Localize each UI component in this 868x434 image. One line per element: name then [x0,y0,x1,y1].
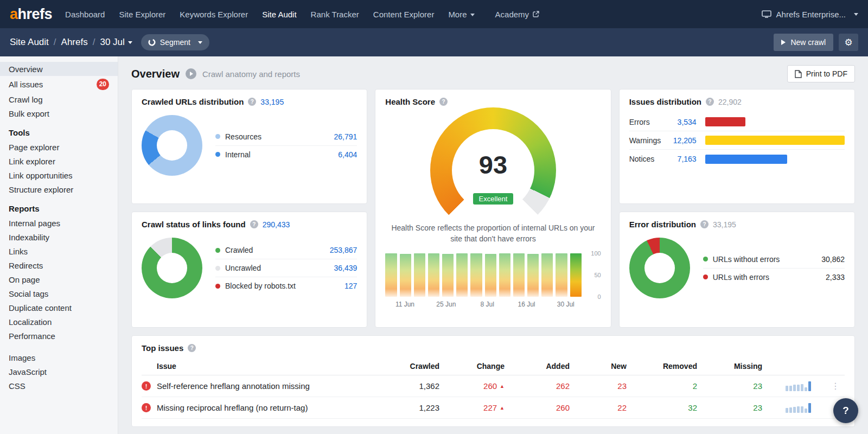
removed-value[interactable]: 2 [627,381,697,391]
new-crawl-button[interactable]: New crawl [774,34,833,51]
legend-value[interactable]: 36,439 [334,264,358,272]
nav-rank-tracker[interactable]: Rank Tracker [311,10,359,19]
sidebar-item-overview[interactable]: Overview [0,62,118,76]
crawl-anatomy-link[interactable]: Crawl anatomy and reports [202,69,300,79]
sidebar-item-bulk-export[interactable]: Bulk export [0,106,118,120]
settings-button[interactable]: ⚙ [839,34,858,51]
trend-bar [513,253,525,296]
sidebar-item-all-issues[interactable]: All issues 20 [0,76,118,92]
new-value[interactable]: 23 [570,381,627,391]
removed-value[interactable]: 32 [627,403,697,412]
info-icon[interactable]: ? [706,98,714,106]
sidebar-item-performance[interactable]: Performance [0,329,118,343]
info-icon[interactable]: ? [248,98,256,106]
health-rating-badge: Excellent [473,193,514,205]
nav-site-audit[interactable]: Site Audit [262,10,296,19]
sidebar-item-link-opportunities[interactable]: Link opportunities [0,168,118,182]
sidebar-item-link-explorer[interactable]: Link explorer [0,154,118,168]
sidebar-item-css[interactable]: CSS [0,379,118,393]
crawl-date-dropdown[interactable]: 30 Jul [100,37,132,48]
legend-item: Blocked by robots.txt 127 [215,277,357,295]
segment-icon [148,39,156,46]
sidebar-item-localization[interactable]: Localization [0,315,118,329]
question-mark-icon: ? [843,405,849,417]
health-score-card: Health Score ? 93 Excellent Health Score… [375,89,611,328]
nav-keywords-explorer[interactable]: Keywords Explorer [180,10,248,19]
kebab-menu-icon[interactable]: ⋮ [826,381,845,391]
sidebar-header-tools: Tools [0,120,118,140]
info-icon[interactable]: ? [250,220,258,228]
nav-site-explorer[interactable]: Site Explorer [119,10,165,19]
trend-bar [556,253,567,296]
nav-more[interactable]: More [448,10,474,19]
legend-value[interactable]: 26,791 [334,132,358,141]
info-icon[interactable]: ? [188,344,196,352]
issues-distribution-card: Issues distribution ? 22,902 Errors 3,53… [619,89,855,204]
nav-dashboard[interactable]: Dashboard [65,10,105,19]
segment-dropdown[interactable]: Segment [141,34,209,50]
help-button[interactable]: ? [833,398,858,423]
dist-row-warnings: Warnings 12,205 [629,131,845,150]
nav-academy[interactable]: Academy [495,10,540,19]
links-found-total[interactable]: 290,433 [263,220,290,229]
sidebar-item-crawl-log[interactable]: Crawl log [0,92,118,106]
logo-a: a [10,6,18,22]
added-value[interactable]: 262 [505,381,570,391]
added-value[interactable]: 260 [505,403,570,412]
legend-item: Crawled 253,867 [215,241,357,259]
gear-icon: ⚙ [844,37,852,48]
print-to-pdf-button[interactable]: Print to PDF [787,65,855,82]
errors-count[interactable]: 3,534 [668,118,697,126]
sidebar-item-on-page[interactable]: On page [0,272,118,286]
sidebar-item-structure-explorer[interactable]: Structure explorer [0,182,118,196]
missing-value[interactable]: 23 [697,381,762,391]
sidebar-item-redirects[interactable]: Redirects [0,258,118,272]
trend-bar [570,253,582,296]
ahrefs-logo[interactable]: ahrefs [10,7,52,22]
issue-link[interactable]: Missing reciprocal hreflang (no return-t… [157,403,392,412]
sidebar-item-links[interactable]: Links [0,244,118,258]
spark-bar [797,406,800,412]
breadcrumb-site-audit[interactable]: Site Audit [10,37,49,48]
legend-item: URLs with errors 2,333 [703,269,845,286]
spark-bar [808,381,811,391]
sidebar-item-javascript[interactable]: JavaScript [0,365,118,379]
legend-dot [703,275,708,279]
dist-row-notices: Notices 7,163 [629,150,845,168]
sidebar-item-internal-pages[interactable]: Internal pages [0,216,118,230]
trend-x-axis: 11 Jun 25 Jun 8 Jul 16 Jul 30 Jul [385,301,581,310]
issue-link[interactable]: Self-reference hreflang annotation missi… [157,381,392,391]
spark-bar [801,384,803,391]
change-value[interactable]: 260 [483,381,497,391]
missing-value[interactable]: 23 [697,403,762,412]
legend-value[interactable]: 253,867 [330,246,358,254]
sidebar-item-images[interactable]: Images [0,350,118,365]
breadcrumb-project[interactable]: Ahrefs [61,37,88,48]
trend-bar [428,253,439,296]
legend-value[interactable]: 127 [344,282,357,290]
nav-content-explorer[interactable]: Content Explorer [373,10,435,19]
legend-value[interactable]: 6,404 [338,150,357,159]
change-value[interactable]: 227 [483,403,497,412]
sidebar-item-indexability[interactable]: Indexability [0,230,118,244]
sidebar: Overview All issues 20 Crawl log Bulk ex… [0,56,118,434]
sidebar-item-page-explorer[interactable]: Page explorer [0,140,118,154]
sidebar-item-social-tags[interactable]: Social tags [0,286,118,301]
sidebar-item-duplicate-content[interactable]: Duplicate content [0,301,118,315]
spark-bar [786,408,788,413]
pdf-document-icon [795,70,802,78]
account-menu[interactable]: Ahrefs Enterprise... [762,10,858,19]
trend-bar [456,253,468,296]
legend-item: URLs without errors 30,862 [703,251,845,269]
warnings-count[interactable]: 12,205 [668,136,697,145]
card-title: Crawl status of links found [142,220,246,229]
tutorial-play-icon[interactable] [186,68,196,79]
notices-bar [705,155,787,164]
legend-dot [215,284,220,289]
legend-value: 2,333 [826,273,845,282]
info-icon[interactable]: ? [439,98,448,106]
new-value[interactable]: 22 [570,403,627,412]
notices-count[interactable]: 7,163 [668,155,697,163]
info-icon[interactable]: ? [700,220,709,228]
crawled-urls-total[interactable]: 33,195 [260,98,284,106]
